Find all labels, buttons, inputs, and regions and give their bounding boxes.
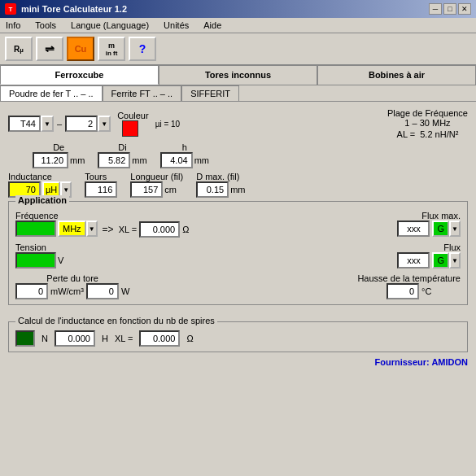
tore-type-dropdown[interactable]: ▼: [41, 116, 54, 132]
toolbar-exchange-button[interactable]: ⇌: [36, 37, 63, 61]
freq-input[interactable]: [15, 221, 56, 237]
h-unit: mm: [194, 155, 209, 165]
perte-mwcm-unit: mW/cm³: [50, 286, 84, 296]
hausse-value: 0: [386, 283, 419, 299]
bottom-section: Calcul de l'inductance en fonction du nb…: [8, 321, 468, 352]
inductance-label: Inductance: [8, 172, 72, 181]
plage-range: 1 – 30 MHz: [387, 118, 468, 128]
hausse-label: Hausse de la température: [357, 273, 461, 283]
h-label: h: [160, 142, 209, 152]
sub-tab-sifferit[interactable]: SIFFERIT: [181, 85, 239, 101]
hausse-unit: °C: [421, 286, 431, 296]
tore-mix-box: 2: [65, 116, 98, 132]
freq-unit: MHz: [58, 221, 86, 237]
sub-tabs: Poudre de fer T .. – .. Ferrite FT .. – …: [0, 85, 476, 102]
flux-max-unit-dropdown[interactable]: ▼: [449, 221, 461, 237]
tore-mix-dropdown[interactable]: ▼: [98, 116, 111, 132]
bottom-n-value: 0.000: [55, 330, 95, 347]
flux-max-label: Flux max.: [397, 211, 461, 221]
tours-value: 116: [85, 181, 117, 198]
freq-unit-dropdown[interactable]: ▼: [86, 221, 98, 237]
h-value: 4.04: [160, 152, 193, 168]
flux-max-unit: G: [432, 221, 449, 237]
title-bar: T mini Tore Calculateur 1.2 ─ □ ✕: [0, 0, 476, 18]
application-section: Application Fréquence MHz ▼ => XL =: [8, 201, 468, 305]
arrow-symbol: =>: [103, 224, 114, 235]
di-label: Di: [98, 142, 146, 152]
dmax-unit: mm: [230, 185, 245, 194]
toolbar-help-button[interactable]: ?: [129, 37, 156, 61]
xl-value: 0.000: [139, 221, 180, 238]
bottom-xl-unit: Ω: [186, 334, 193, 343]
couleur-label: Couleur: [117, 111, 149, 120]
de-value: 11.20: [33, 152, 68, 168]
window-title: mini Tore Calculateur 1.2: [21, 4, 127, 14]
tension-unit: V: [58, 255, 63, 265]
bottom-xl-label: XL =: [115, 334, 133, 343]
perte-mwcm-value: 0: [15, 283, 48, 299]
longueur-value: 157: [130, 181, 163, 198]
tab-ferroxcube[interactable]: Ferroxcube: [0, 65, 159, 85]
menu-unites[interactable]: Unités: [161, 20, 191, 31]
menu-tools[interactable]: Tools: [33, 20, 59, 31]
tours-label: Tours: [85, 172, 117, 181]
de-unit: mm: [70, 155, 85, 165]
perte-w-unit: W: [121, 286, 129, 296]
tension-label: Tension: [15, 242, 63, 252]
toolbar-rmu-button[interactable]: Rµ: [5, 37, 33, 61]
minimize-button[interactable]: ─: [429, 3, 442, 15]
flux-label: Flux: [397, 242, 461, 252]
menu-bar: Info Tools Langue (Language) Unités Aide: [0, 18, 476, 33]
bottom-color-indicator: [15, 330, 35, 347]
flux-unit-dropdown[interactable]: ▼: [449, 252, 461, 269]
couleur-box: [122, 120, 138, 137]
bottom-label: Calcul de l'inductance en fonction du nb…: [15, 316, 217, 325]
close-button[interactable]: ✕: [458, 3, 471, 15]
bottom-h-label: H: [102, 334, 108, 343]
xl-label: XL =: [119, 225, 138, 234]
longueur-unit: cm: [164, 185, 177, 194]
plage-label: Plage de Fréquence: [387, 108, 468, 118]
tension-input[interactable]: [15, 252, 56, 269]
app-icon: T: [5, 3, 16, 15]
di-unit: mm: [132, 155, 146, 165]
tab-tores-inconnus[interactable]: Tores inconnus: [159, 65, 317, 85]
main-tabs: Ferroxcube Tores inconnus Bobines à air: [0, 65, 476, 85]
al-info: AL = 5.2 nH/N²: [387, 129, 468, 139]
menu-aide[interactable]: Aide: [201, 20, 224, 31]
perte-w-value: 0: [86, 283, 119, 299]
maximize-button[interactable]: □: [443, 3, 456, 15]
toolbar: Rµ ⇌ Cu m in ft ?: [0, 33, 476, 65]
flux-xxx: xxx: [397, 252, 430, 269]
mu-info: µi = 10: [155, 120, 181, 129]
bottom-xl-value: 0.000: [139, 330, 180, 347]
dmax-label: D max. (fil): [196, 172, 245, 181]
xl-unit: Ω: [182, 225, 189, 234]
dash-separator: –: [57, 119, 62, 129]
toolbar-m-button[interactable]: m in ft: [98, 37, 125, 61]
application-label: Application: [15, 195, 69, 205]
sub-tab-ferrite[interactable]: Ferrite FT .. – ..: [103, 85, 182, 101]
flux-unit: G: [432, 252, 449, 269]
perte-label: Perte du tore: [15, 273, 129, 283]
sub-tab-poudre[interactable]: Poudre de fer T .. – ..: [0, 85, 103, 101]
dmax-value: 0.15: [196, 181, 229, 198]
bottom-n-label: N: [41, 334, 48, 343]
longueur-label: Longueur (fil): [130, 172, 183, 181]
tab-bobines-air[interactable]: Bobines à air: [317, 65, 476, 85]
de-label: De: [33, 142, 85, 152]
toolbar-cu-button[interactable]: Cu: [67, 37, 94, 61]
freq-label: Fréquence: [15, 211, 98, 221]
di-value: 5.82: [98, 152, 130, 168]
supplier-text: Fournisseur: AMIDON: [0, 357, 476, 370]
tore-type-box: T44: [8, 116, 41, 132]
menu-language[interactable]: Langue (Language): [68, 20, 151, 31]
menu-info[interactable]: Info: [3, 20, 23, 31]
flux-max-xxx: xxx: [397, 221, 430, 237]
main-content: T44 ▼ – 2 ▼ Couleur µi = 10 Plage de Fré…: [0, 102, 476, 317]
